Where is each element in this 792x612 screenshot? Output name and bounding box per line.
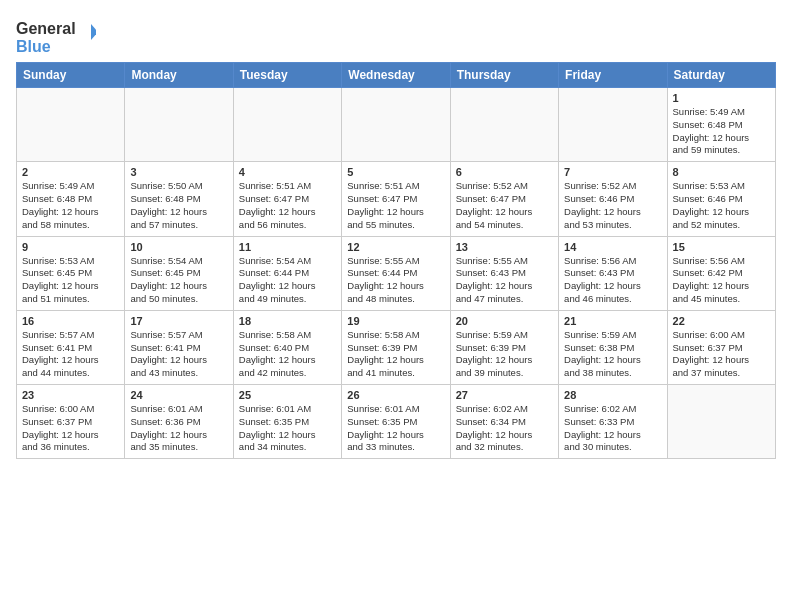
- day-info: Sunrise: 5:58 AM Sunset: 6:40 PM Dayligh…: [239, 329, 336, 380]
- day-info: Sunrise: 5:53 AM Sunset: 6:45 PM Dayligh…: [22, 255, 119, 306]
- weekday-header-thursday: Thursday: [450, 63, 558, 88]
- calendar: SundayMondayTuesdayWednesdayThursdayFrid…: [16, 62, 776, 459]
- weekday-header-sunday: Sunday: [17, 63, 125, 88]
- calendar-cell: 6Sunrise: 5:52 AM Sunset: 6:47 PM Daylig…: [450, 162, 558, 236]
- day-number: 12: [347, 241, 444, 253]
- calendar-cell: 22Sunrise: 6:00 AM Sunset: 6:37 PM Dayli…: [667, 310, 775, 384]
- day-info: Sunrise: 5:54 AM Sunset: 6:45 PM Dayligh…: [130, 255, 227, 306]
- calendar-cell: 28Sunrise: 6:02 AM Sunset: 6:33 PM Dayli…: [559, 385, 667, 459]
- calendar-cell: 3Sunrise: 5:50 AM Sunset: 6:48 PM Daylig…: [125, 162, 233, 236]
- calendar-cell: 7Sunrise: 5:52 AM Sunset: 6:46 PM Daylig…: [559, 162, 667, 236]
- calendar-cell: 23Sunrise: 6:00 AM Sunset: 6:37 PM Dayli…: [17, 385, 125, 459]
- day-info: Sunrise: 5:52 AM Sunset: 6:46 PM Dayligh…: [564, 180, 661, 231]
- day-number: 14: [564, 241, 661, 253]
- svg-text:Blue: Blue: [16, 38, 51, 55]
- day-info: Sunrise: 6:01 AM Sunset: 6:35 PM Dayligh…: [239, 403, 336, 454]
- day-info: Sunrise: 5:59 AM Sunset: 6:38 PM Dayligh…: [564, 329, 661, 380]
- weekday-header-wednesday: Wednesday: [342, 63, 450, 88]
- calendar-cell: 20Sunrise: 5:59 AM Sunset: 6:39 PM Dayli…: [450, 310, 558, 384]
- day-info: Sunrise: 6:02 AM Sunset: 6:34 PM Dayligh…: [456, 403, 553, 454]
- day-number: 13: [456, 241, 553, 253]
- day-number: 28: [564, 389, 661, 401]
- header: General Blue: [16, 16, 776, 56]
- calendar-cell: 2Sunrise: 5:49 AM Sunset: 6:48 PM Daylig…: [17, 162, 125, 236]
- day-number: 8: [673, 166, 770, 178]
- day-number: 9: [22, 241, 119, 253]
- day-info: Sunrise: 5:56 AM Sunset: 6:43 PM Dayligh…: [564, 255, 661, 306]
- logo-svg: General Blue: [16, 16, 96, 56]
- calendar-cell: [125, 88, 233, 162]
- day-info: Sunrise: 5:51 AM Sunset: 6:47 PM Dayligh…: [347, 180, 444, 231]
- calendar-cell: 27Sunrise: 6:02 AM Sunset: 6:34 PM Dayli…: [450, 385, 558, 459]
- calendar-cell: [233, 88, 341, 162]
- week-row-1: 1Sunrise: 5:49 AM Sunset: 6:48 PM Daylig…: [17, 88, 776, 162]
- day-number: 20: [456, 315, 553, 327]
- day-number: 15: [673, 241, 770, 253]
- day-number: 6: [456, 166, 553, 178]
- day-info: Sunrise: 5:54 AM Sunset: 6:44 PM Dayligh…: [239, 255, 336, 306]
- week-row-5: 23Sunrise: 6:00 AM Sunset: 6:37 PM Dayli…: [17, 385, 776, 459]
- calendar-cell: [559, 88, 667, 162]
- week-row-4: 16Sunrise: 5:57 AM Sunset: 6:41 PM Dayli…: [17, 310, 776, 384]
- calendar-cell: 10Sunrise: 5:54 AM Sunset: 6:45 PM Dayli…: [125, 236, 233, 310]
- day-info: Sunrise: 6:01 AM Sunset: 6:36 PM Dayligh…: [130, 403, 227, 454]
- day-number: 16: [22, 315, 119, 327]
- calendar-cell: 14Sunrise: 5:56 AM Sunset: 6:43 PM Dayli…: [559, 236, 667, 310]
- day-number: 18: [239, 315, 336, 327]
- day-info: Sunrise: 5:55 AM Sunset: 6:43 PM Dayligh…: [456, 255, 553, 306]
- weekday-header-friday: Friday: [559, 63, 667, 88]
- svg-marker-2: [91, 24, 96, 40]
- weekday-header-row: SundayMondayTuesdayWednesdayThursdayFrid…: [17, 63, 776, 88]
- logo: General Blue: [16, 16, 96, 56]
- day-number: 11: [239, 241, 336, 253]
- calendar-cell: 12Sunrise: 5:55 AM Sunset: 6:44 PM Dayli…: [342, 236, 450, 310]
- calendar-cell: 9Sunrise: 5:53 AM Sunset: 6:45 PM Daylig…: [17, 236, 125, 310]
- day-number: 5: [347, 166, 444, 178]
- calendar-cell: 24Sunrise: 6:01 AM Sunset: 6:36 PM Dayli…: [125, 385, 233, 459]
- day-info: Sunrise: 5:59 AM Sunset: 6:39 PM Dayligh…: [456, 329, 553, 380]
- day-info: Sunrise: 6:02 AM Sunset: 6:33 PM Dayligh…: [564, 403, 661, 454]
- day-info: Sunrise: 5:58 AM Sunset: 6:39 PM Dayligh…: [347, 329, 444, 380]
- day-info: Sunrise: 6:00 AM Sunset: 6:37 PM Dayligh…: [22, 403, 119, 454]
- calendar-cell: [342, 88, 450, 162]
- day-info: Sunrise: 5:49 AM Sunset: 6:48 PM Dayligh…: [22, 180, 119, 231]
- weekday-header-saturday: Saturday: [667, 63, 775, 88]
- calendar-cell: 4Sunrise: 5:51 AM Sunset: 6:47 PM Daylig…: [233, 162, 341, 236]
- day-number: 21: [564, 315, 661, 327]
- day-number: 17: [130, 315, 227, 327]
- day-info: Sunrise: 6:01 AM Sunset: 6:35 PM Dayligh…: [347, 403, 444, 454]
- weekday-header-monday: Monday: [125, 63, 233, 88]
- week-row-2: 2Sunrise: 5:49 AM Sunset: 6:48 PM Daylig…: [17, 162, 776, 236]
- day-number: 22: [673, 315, 770, 327]
- calendar-cell: 16Sunrise: 5:57 AM Sunset: 6:41 PM Dayli…: [17, 310, 125, 384]
- svg-text:General: General: [16, 20, 76, 37]
- day-number: 25: [239, 389, 336, 401]
- day-number: 26: [347, 389, 444, 401]
- day-info: Sunrise: 5:49 AM Sunset: 6:48 PM Dayligh…: [673, 106, 770, 157]
- calendar-cell: 13Sunrise: 5:55 AM Sunset: 6:43 PM Dayli…: [450, 236, 558, 310]
- calendar-cell: [17, 88, 125, 162]
- day-number: 4: [239, 166, 336, 178]
- calendar-cell: 15Sunrise: 5:56 AM Sunset: 6:42 PM Dayli…: [667, 236, 775, 310]
- calendar-cell: 26Sunrise: 6:01 AM Sunset: 6:35 PM Dayli…: [342, 385, 450, 459]
- day-number: 10: [130, 241, 227, 253]
- day-info: Sunrise: 5:57 AM Sunset: 6:41 PM Dayligh…: [22, 329, 119, 380]
- weekday-header-tuesday: Tuesday: [233, 63, 341, 88]
- day-info: Sunrise: 5:51 AM Sunset: 6:47 PM Dayligh…: [239, 180, 336, 231]
- day-number: 7: [564, 166, 661, 178]
- day-number: 24: [130, 389, 227, 401]
- day-number: 1: [673, 92, 770, 104]
- calendar-cell: 17Sunrise: 5:57 AM Sunset: 6:41 PM Dayli…: [125, 310, 233, 384]
- day-info: Sunrise: 5:56 AM Sunset: 6:42 PM Dayligh…: [673, 255, 770, 306]
- calendar-cell: 21Sunrise: 5:59 AM Sunset: 6:38 PM Dayli…: [559, 310, 667, 384]
- day-number: 19: [347, 315, 444, 327]
- day-number: 3: [130, 166, 227, 178]
- week-row-3: 9Sunrise: 5:53 AM Sunset: 6:45 PM Daylig…: [17, 236, 776, 310]
- calendar-cell: 18Sunrise: 5:58 AM Sunset: 6:40 PM Dayli…: [233, 310, 341, 384]
- calendar-cell: [450, 88, 558, 162]
- day-info: Sunrise: 5:55 AM Sunset: 6:44 PM Dayligh…: [347, 255, 444, 306]
- calendar-cell: [667, 385, 775, 459]
- day-number: 27: [456, 389, 553, 401]
- calendar-cell: 5Sunrise: 5:51 AM Sunset: 6:47 PM Daylig…: [342, 162, 450, 236]
- day-info: Sunrise: 5:50 AM Sunset: 6:48 PM Dayligh…: [130, 180, 227, 231]
